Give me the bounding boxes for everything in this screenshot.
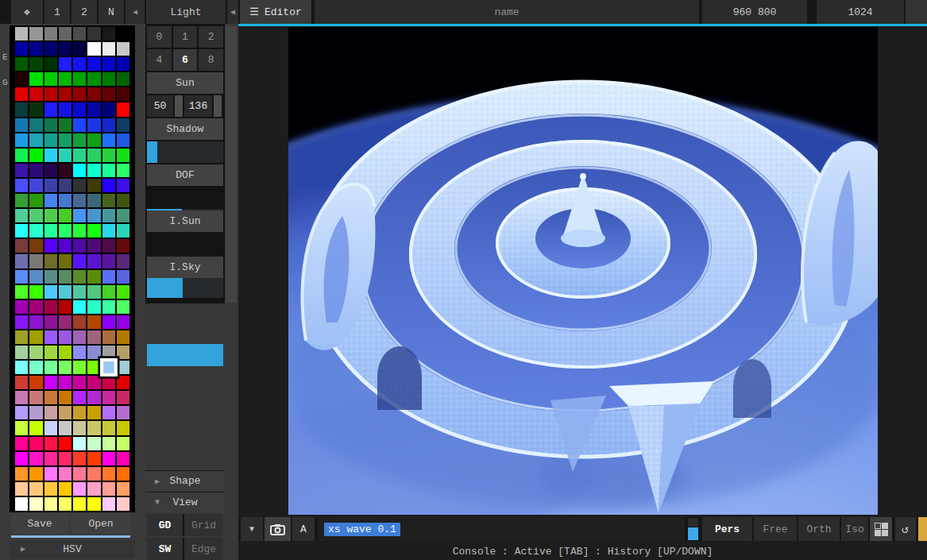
palette-size-field[interactable]: 1024 xyxy=(817,0,904,24)
palette-swatch[interactable] xyxy=(29,179,42,192)
edge-shortcut-button[interactable]: SW xyxy=(147,538,183,560)
save-button[interactable]: Save xyxy=(11,513,68,534)
palette-swatch[interactable] xyxy=(15,118,28,132)
palette-swatch[interactable] xyxy=(87,239,100,253)
palette-swatch[interactable] xyxy=(102,149,115,162)
palette-swatch-selected[interactable] xyxy=(100,358,118,377)
palette-swatch[interactable] xyxy=(73,376,86,389)
palette-swatch[interactable] xyxy=(102,118,115,132)
palette-swatch[interactable] xyxy=(29,421,42,434)
palette-swatch[interactable] xyxy=(117,376,129,389)
palette-swatch[interactable] xyxy=(15,194,28,207)
palette-swatch[interactable] xyxy=(29,87,42,101)
palette-swatch[interactable] xyxy=(87,133,100,147)
palette-swatch[interactable] xyxy=(117,497,129,511)
palette-swatch[interactable] xyxy=(29,42,42,56)
palette-swatch[interactable] xyxy=(117,482,129,496)
palette-swatch[interactable] xyxy=(44,164,57,177)
palette-swatch[interactable] xyxy=(102,57,115,71)
slot-n-button[interactable]: N xyxy=(98,0,124,24)
camera-mode-iso[interactable]: Iso xyxy=(841,517,868,541)
palette-swatch[interactable] xyxy=(59,209,71,222)
sun-azimuth-drag-handle[interactable] xyxy=(214,95,222,117)
view-section-header[interactable]: ▼ View xyxy=(145,492,225,512)
palette-swatch[interactable] xyxy=(73,87,86,101)
sun-section-header[interactable]: Sun xyxy=(147,72,223,94)
camera-mode-orth[interactable]: Orth xyxy=(798,517,840,541)
palette-swatch[interactable] xyxy=(59,149,71,162)
palette-swatch[interactable] xyxy=(44,270,57,284)
palette-swatch[interactable] xyxy=(29,300,42,314)
secondary-color-swatch[interactable] xyxy=(688,518,698,527)
palette-swatch[interactable] xyxy=(87,118,100,132)
palette-swatch[interactable] xyxy=(102,87,115,101)
palette-swatch[interactable] xyxy=(102,452,115,465)
palette-swatch[interactable] xyxy=(73,421,86,434)
sun-angle-field[interactable]: 50 xyxy=(147,95,173,117)
palette-swatch[interactable] xyxy=(15,482,28,496)
palette-swatch[interactable] xyxy=(102,497,115,511)
quad-view-button[interactable] xyxy=(870,517,892,541)
palette-swatch[interactable] xyxy=(59,118,71,132)
palette-swatch[interactable] xyxy=(102,72,115,86)
palette-swatch[interactable] xyxy=(73,452,86,465)
palette-swatch[interactable] xyxy=(15,164,28,177)
palette-swatch[interactable] xyxy=(59,330,71,344)
palette-swatch[interactable] xyxy=(59,102,71,116)
palette-swatch[interactable] xyxy=(87,149,100,162)
palette-swatch[interactable] xyxy=(87,285,100,299)
palette-swatch[interactable] xyxy=(15,361,28,374)
rotate-view-button[interactable]: ↻ xyxy=(895,517,916,541)
palette-swatch[interactable] xyxy=(102,421,115,434)
palette-swatch[interactable] xyxy=(73,118,86,132)
palette-swatch[interactable] xyxy=(73,437,86,450)
count-2-button[interactable]: 2 xyxy=(199,26,223,48)
palette-swatch[interactable] xyxy=(44,482,57,496)
palette-swatch[interactable] xyxy=(73,149,86,162)
palette-swatch[interactable] xyxy=(117,467,129,481)
palette-swatch[interactable] xyxy=(44,361,57,374)
palette-swatch[interactable] xyxy=(44,57,57,71)
palette-swatch[interactable] xyxy=(117,87,129,101)
palette-swatch[interactable] xyxy=(15,421,28,434)
palette-swatch[interactable] xyxy=(44,300,57,314)
palette-swatch[interactable] xyxy=(44,72,57,86)
palette-swatch[interactable] xyxy=(73,482,86,496)
palette-swatch[interactable] xyxy=(59,194,71,207)
camera-mode-pers[interactable]: Pers xyxy=(702,517,752,541)
palette-swatch[interactable] xyxy=(59,406,71,419)
palette-swatch[interactable] xyxy=(44,467,57,481)
palette-swatch[interactable] xyxy=(59,346,71,359)
palette-swatch[interactable] xyxy=(117,57,129,71)
palette-swatch[interactable] xyxy=(87,346,100,359)
palette-swatch[interactable] xyxy=(73,72,86,86)
palette-swatch[interactable] xyxy=(87,421,100,434)
palette-swatch[interactable] xyxy=(15,224,28,238)
palette-swatch[interactable] xyxy=(59,300,71,314)
slot-2-button[interactable]: 2 xyxy=(71,0,97,24)
isun-slider[interactable] xyxy=(147,276,223,298)
palette-swatch[interactable] xyxy=(87,42,100,56)
palette-swatch[interactable] xyxy=(102,330,115,344)
palette-swatch[interactable] xyxy=(44,133,57,147)
palette-swatch[interactable] xyxy=(87,164,100,177)
palette-swatch[interactable] xyxy=(44,239,57,253)
palette-swatch[interactable] xyxy=(87,254,100,268)
palette-swatch[interactable] xyxy=(117,224,129,238)
palette-swatch[interactable] xyxy=(44,376,57,389)
edge-toggle[interactable]: Edge xyxy=(184,538,223,560)
palette-swatch[interactable] xyxy=(117,239,129,253)
palette-swatch[interactable] xyxy=(102,285,115,299)
palette-swatch[interactable] xyxy=(29,57,42,71)
palette-swatch[interactable] xyxy=(102,467,115,481)
palette-swatch[interactable] xyxy=(44,391,57,404)
current-color-cell[interactable] xyxy=(688,517,698,541)
tab-editor[interactable]: ☰ Editor xyxy=(240,0,311,24)
palette-swatch[interactable] xyxy=(102,315,115,329)
palette-swatch[interactable] xyxy=(15,270,28,284)
palette-swatch[interactable] xyxy=(44,194,57,207)
palette-swatch[interactable] xyxy=(59,361,71,374)
palette-swatch[interactable] xyxy=(29,254,42,268)
palette-swatch[interactable] xyxy=(15,72,28,86)
palette-swatch[interactable] xyxy=(15,133,28,147)
